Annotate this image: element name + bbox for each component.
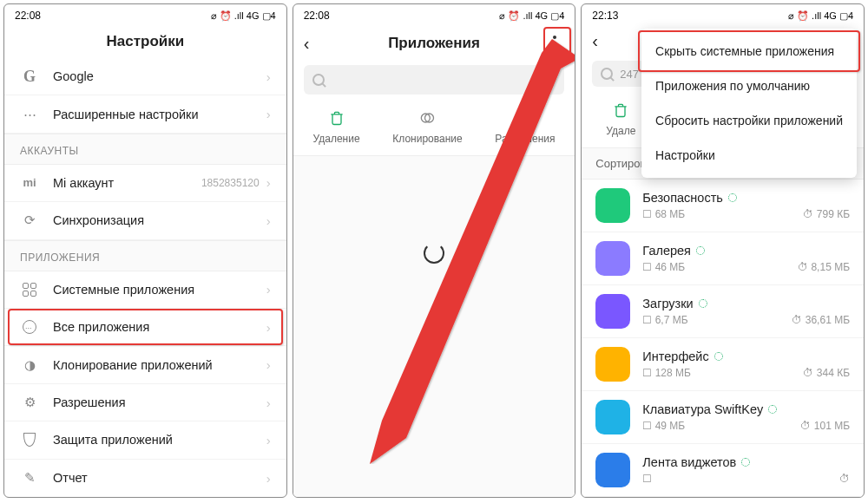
action-permissions[interactable]: Разрешения: [495, 108, 555, 145]
status-icons: ⌀ ⏰ .ıll 4G ▢4: [788, 10, 853, 22]
app-row[interactable]: Загрузки ☐ 6,7 МБ ⏱ 36,61 МБ: [582, 285, 864, 338]
report-icon: ✎: [20, 468, 39, 487]
app-data: ⏱ 344 КБ: [803, 367, 850, 379]
loading-icon: [728, 193, 737, 202]
clone-icon: [418, 108, 437, 127]
chevron-right-icon: ›: [266, 69, 271, 84]
shield-icon: [20, 430, 39, 449]
apps-screen: 22:08 ⌀ ⏰ .ıll 4G ▢4 ‹ Приложения Удален…: [293, 3, 576, 498]
chevron-right-icon: ›: [266, 213, 271, 228]
chevron-right-icon: ›: [266, 282, 271, 297]
action-row: Удаление Клонирование Разрешения: [293, 103, 575, 155]
status-bar: 22:08 ⌀ ⏰ .ıll 4G ▢4: [293, 4, 575, 25]
row-sync[interactable]: ⟳ Синхронизация ›: [4, 202, 286, 239]
app-name: Лента виджетов: [642, 455, 850, 469]
chevron-right-icon: ›: [266, 107, 271, 121]
row-mi-account[interactable]: mi Mi аккаунт 1852835120 ›: [4, 165, 286, 202]
app-data: ⏱ 36,61 МБ: [792, 314, 850, 326]
google-icon: G: [20, 67, 39, 86]
chevron-right-icon: ›: [266, 471, 271, 486]
row-clone-apps[interactable]: ◑ Клонирование приложений ›: [4, 346, 286, 383]
apps-menu-screen: 22:13 ⌀ ⏰ .ıll 4G ▢4 ‹ 247 Удале Сортиро…: [581, 3, 865, 498]
app-data: ⏱ 101 МБ: [800, 420, 850, 432]
back-button[interactable]: ‹: [592, 31, 598, 51]
status-icons: ⌀ ⏰ .ıll 4G ▢4: [211, 10, 276, 22]
settings-screen: 22:08 ⌀ ⏰ .ıll 4G ▢4 Настройки G Google …: [3, 3, 287, 498]
app-row[interactable]: Клавиатура SwiftKey ☐ 49 МБ ⏱ 101 МБ: [582, 391, 864, 444]
chevron-right-icon: ›: [266, 357, 271, 372]
row-advanced[interactable]: ⋯ Расширенные настройки ›: [4, 95, 286, 133]
app-row[interactable]: Безопасность ☐ 68 МБ ⏱ 799 КБ: [582, 180, 864, 232]
app-storage: ☐ 68 МБ: [642, 208, 685, 220]
app-icon: [595, 347, 630, 382]
more-horiz-icon: ⋯: [20, 105, 39, 124]
mi-icon: mi: [20, 173, 39, 193]
app-data: ⏱ 799 КБ: [803, 208, 850, 220]
chevron-right-icon: ›: [266, 433, 271, 447]
loading-icon: [768, 405, 777, 414]
overflow-menu: Скрыть системные приложения Приложения п…: [641, 29, 857, 178]
trash-icon: [327, 108, 346, 127]
chevron-right-icon: ›: [266, 395, 271, 410]
menu-hide-system[interactable]: Скрыть системные приложения: [641, 34, 857, 69]
more-vert-icon: [553, 36, 556, 51]
row-system-apps[interactable]: Системные приложения ›: [4, 271, 286, 309]
page-title: Приложения: [388, 35, 480, 52]
app-name: Клавиатура SwiftKey: [642, 402, 850, 416]
app-storage: ☐ 128 МБ: [642, 367, 691, 379]
app-name: Загрузки: [642, 297, 850, 310]
action-delete[interactable]: Удаление: [313, 108, 360, 145]
row-google[interactable]: G Google ›: [4, 58, 286, 95]
row-permissions[interactable]: ⚙ Разрешения ›: [4, 384, 286, 421]
action-delete[interactable]: Удале: [606, 101, 635, 137]
app-row[interactable]: Галерея ☐ 46 МБ ⏱ 8,15 МБ: [582, 232, 864, 285]
search-icon: [312, 74, 325, 86]
action-clone[interactable]: Клонирование: [392, 108, 462, 145]
menu-reset[interactable]: Сбросить настройки приложений: [641, 103, 857, 138]
app-storage: ☐: [642, 473, 652, 485]
app-icon: [595, 400, 630, 434]
app-row[interactable]: Интерфейс ☐ 128 МБ ⏱ 344 КБ: [582, 338, 864, 391]
trash-icon: [611, 101, 630, 120]
clock: 22:08: [15, 10, 41, 22]
search-input[interactable]: [304, 65, 565, 95]
loading-icon: [741, 458, 750, 467]
clock: 22:13: [592, 10, 618, 22]
app-name: Безопасность: [642, 191, 850, 205]
chevron-right-icon: ›: [266, 175, 271, 190]
row-app-lock[interactable]: Защита приложений ›: [4, 421, 286, 459]
status-icons: ⌀ ⏰ .ıll 4G ▢4: [499, 10, 564, 22]
sync-icon: ⟳: [20, 211, 39, 230]
loading-icon: [714, 352, 723, 361]
clock: 22:08: [304, 10, 330, 22]
menu-settings[interactable]: Настройки: [641, 138, 857, 173]
status-bar: 22:13 ⌀ ⏰ .ıll 4G ▢4: [582, 4, 864, 25]
clone-icon: ◑: [20, 356, 39, 375]
app-row[interactable]: Лента виджетов ☐ ⏱: [582, 444, 864, 497]
status-bar: 22:08 ⌀ ⏰ .ıll 4G ▢4: [4, 4, 286, 25]
row-all-apps[interactable]: Все приложения ›: [4, 309, 286, 346]
loading-icon: [699, 299, 707, 308]
app-icon: [595, 188, 630, 223]
app-icon: [595, 241, 630, 276]
all-apps-icon: [20, 317, 39, 336]
app-list: Безопасность ☐ 68 МБ ⏱ 799 КБ Галерея ☐ …: [582, 180, 864, 497]
app-icon: [595, 453, 630, 487]
search-icon: [601, 68, 613, 80]
back-button[interactable]: ‹: [304, 34, 310, 54]
app-storage: ☐ 46 МБ: [642, 261, 685, 273]
page-title: Настройки: [106, 33, 184, 50]
loading-spinner: [424, 243, 444, 264]
settings-header: Настройки: [4, 25, 286, 58]
row-report[interactable]: ✎ Отчет ›: [4, 460, 286, 497]
app-storage: ☐ 6,7 МБ: [642, 314, 687, 326]
shield-check-icon: [516, 108, 535, 127]
app-name: Галерея: [642, 244, 850, 258]
loading-icon: [696, 246, 705, 255]
section-accounts: АККАУНТЫ: [4, 134, 286, 165]
more-button[interactable]: [545, 30, 564, 56]
grid-icon: [20, 280, 39, 299]
menu-default-apps[interactable]: Приложения по умолчанию: [641, 69, 857, 103]
permissions-icon: ⚙: [20, 393, 39, 412]
app-storage: ☐ 49 МБ: [642, 420, 685, 432]
